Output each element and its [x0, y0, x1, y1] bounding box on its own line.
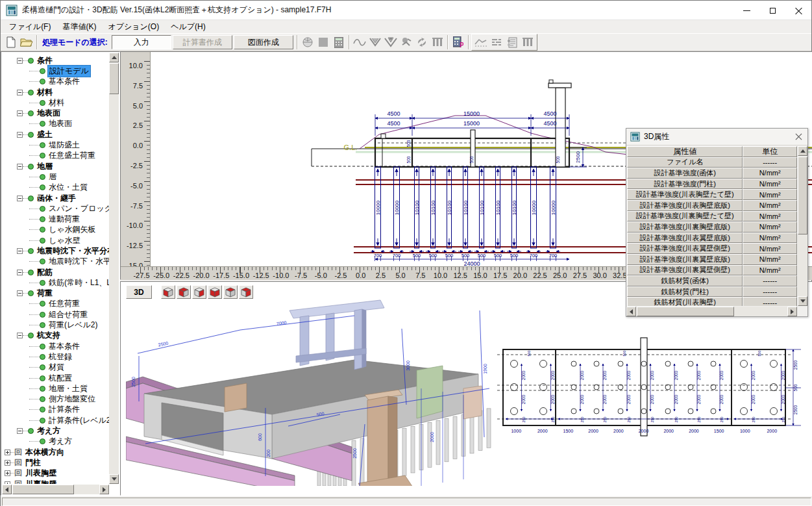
calculator-p-icon[interactable]: P [450, 35, 466, 50]
view-cube-button-2[interactable] [177, 285, 191, 299]
attr-row[interactable]: 設計基準強度(川裏胸壁底版)N/mm² [627, 221, 797, 233]
expander-minus-icon[interactable] [17, 132, 23, 138]
tree-item[interactable]: 回川表胸壁 [2, 468, 109, 479]
gate-wing-2-icon[interactable] [383, 35, 399, 50]
expander-minus-icon[interactable] [17, 164, 23, 170]
expander-minus-icon[interactable] [17, 196, 23, 201]
attr-row[interactable]: 設計基準強度(川表胸壁たて壁)N/mm² [627, 189, 797, 200]
attr-row[interactable]: 鉄筋材質(門柱)------ [627, 286, 797, 297]
scroll-thumb[interactable] [798, 157, 807, 234]
pillars-2-icon[interactable] [520, 35, 535, 50]
attr-row[interactable]: 鉄筋材質(函体)------ [627, 275, 797, 286]
tree-item[interactable]: 杭登録 [2, 351, 109, 362]
attr-row[interactable]: 設計基準強度(川裏胸壁たて壁)N/mm² [627, 211, 797, 222]
expander-minus-icon[interactable] [17, 290, 23, 296]
tree-item[interactable]: 基本条件 [2, 341, 109, 351]
tree-item[interactable]: 地震時沈下・水平分布 [2, 246, 109, 256]
new-file-icon[interactable] [3, 35, 19, 50]
expander-plus-icon[interactable] [5, 470, 10, 476]
attr-row[interactable]: 設計基準強度(川裏翼壁底版)N/mm² [627, 254, 797, 265]
scroll-up-button[interactable] [109, 53, 119, 62]
attr-row[interactable]: 設計基準強度(門柱)N/mm² [627, 179, 797, 190]
tree-item[interactable]: 地震時沈下・水平分布 [2, 257, 109, 267]
tree-item[interactable]: 盛土 [2, 129, 109, 140]
menu-item[interactable]: オプション(O) [102, 20, 165, 34]
tree-item[interactable]: 組合せ荷重 [2, 309, 109, 320]
view-3d-button[interactable]: 3D [126, 285, 152, 299]
pillars-icon[interactable] [430, 35, 445, 50]
open-file-icon[interactable] [19, 35, 34, 50]
tree-item[interactable]: 地層・土質 [2, 383, 109, 394]
tree-item[interactable]: 回門柱 [2, 457, 109, 468]
tree-item[interactable]: 荷重(レベル2) [2, 320, 109, 330]
view-cube-button-4[interactable] [208, 285, 222, 299]
rebar-figure-icon[interactable] [399, 35, 414, 50]
report-document-icon[interactable] [504, 35, 520, 50]
tree-item[interactable]: 地表面 [2, 119, 109, 129]
tree-item[interactable]: 設計モデル [2, 66, 109, 76]
embankment-profile-icon[interactable] [473, 35, 489, 50]
tree-item[interactable]: 荷重 [2, 288, 109, 299]
view-cube-button-3[interactable] [192, 285, 206, 299]
tree-item[interactable]: 水位・土質 [2, 183, 109, 193]
calculator-icon[interactable] [331, 35, 347, 50]
tree-item[interactable]: 回川裏胸壁 [2, 479, 109, 484]
tree-vscrollbar[interactable] [109, 53, 119, 484]
mode-button-active[interactable]: 入力 [112, 35, 171, 49]
menu-item[interactable]: 基準値(K) [56, 20, 102, 34]
attr-panel-close-button[interactable] [789, 129, 807, 145]
scroll-right-button[interactable] [99, 485, 109, 494]
attr-hscrollbar[interactable] [626, 307, 797, 316]
tree-item[interactable]: 計算条件(レベル2) [2, 415, 109, 425]
menu-item[interactable]: ヘルプ(H) [165, 20, 212, 34]
tree-item[interactable]: 地層 [2, 161, 109, 171]
attr-row[interactable]: ファイル名------ [627, 157, 797, 168]
tree-item[interactable]: 杭支持 [2, 331, 109, 341]
expander-minus-icon[interactable] [17, 90, 23, 95]
tree-item[interactable]: スパン・ブロック [2, 203, 109, 214]
scroll-thumb[interactable] [12, 485, 74, 494]
tree-item[interactable]: 連動荷重 [2, 214, 109, 224]
expander-plus-icon[interactable] [5, 449, 10, 455]
attr-row[interactable]: 鉄筋材質(川表胸壁)------ [627, 297, 797, 306]
attr-row[interactable]: 設計基準強度(川表翼壁側壁)N/mm² [627, 243, 797, 254]
expander-minus-icon[interactable] [17, 58, 23, 64]
tree-item[interactable]: 考え方 [2, 425, 109, 436]
scroll-thumb[interactable] [109, 63, 119, 94]
attr-row[interactable]: 設計基準強度(川裏翼壁側壁)N/mm² [627, 265, 797, 276]
tree-item[interactable]: 配筋 [2, 267, 109, 277]
tree-item[interactable]: 考え方 [2, 436, 109, 447]
tree-item[interactable]: 杭配置 [2, 373, 109, 383]
expander-minus-icon[interactable] [17, 270, 23, 275]
tree-item[interactable]: 地表面 [2, 108, 109, 118]
expander-plus-icon[interactable] [5, 481, 10, 484]
tree-item[interactable]: 側方地盤変位 [2, 394, 109, 405]
scroll-down-button[interactable] [798, 296, 807, 306]
expander-minus-icon[interactable] [17, 333, 23, 338]
tree-item[interactable]: しゃ水壁 [2, 235, 109, 246]
tree-item[interactable]: 回本体横方向 [2, 447, 109, 457]
expander-minus-icon[interactable] [17, 428, 23, 434]
tree-item[interactable]: 計算条件 [2, 405, 109, 415]
tree-item[interactable]: 基本条件 [2, 77, 109, 87]
minimize-button[interactable] [733, 1, 759, 20]
sine-curve-icon[interactable] [352, 35, 367, 50]
expander-plus-icon[interactable] [5, 460, 10, 466]
trackball-icon[interactable] [300, 35, 315, 50]
tree-item[interactable]: 堤防盛土 [2, 140, 109, 150]
attr-vscrollbar[interactable] [798, 146, 807, 306]
tree-item[interactable]: 材料 [2, 97, 109, 108]
tree-item[interactable]: 函体・継手 [2, 193, 109, 203]
tree-item[interactable]: 任意荷重 [2, 299, 109, 309]
scroll-left-button[interactable] [626, 307, 636, 316]
menu-item[interactable]: ファイル(F) [3, 20, 56, 34]
expander-minus-icon[interactable] [17, 110, 23, 116]
scroll-down-button[interactable] [109, 474, 119, 484]
tree-item[interactable]: 任意盛土荷重 [2, 151, 109, 161]
attr-row[interactable]: 設計基準強度(函体)N/mm² [627, 168, 797, 179]
filled-square-icon[interactable] [315, 35, 331, 50]
view-cube-button-1[interactable] [161, 285, 175, 299]
view-cube-button-5[interactable] [223, 285, 238, 299]
gate-wing-icon[interactable] [367, 35, 383, 50]
rotate-arrows-icon[interactable] [414, 35, 430, 50]
